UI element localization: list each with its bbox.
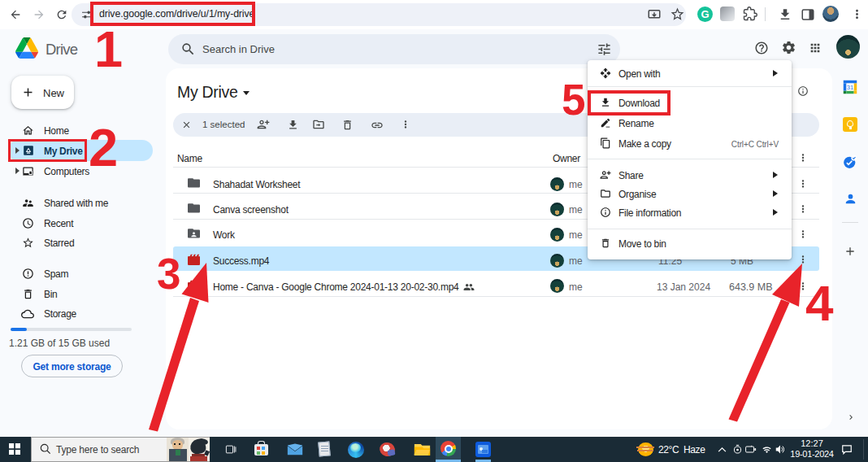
svg-text:31: 31 [847, 84, 853, 91]
